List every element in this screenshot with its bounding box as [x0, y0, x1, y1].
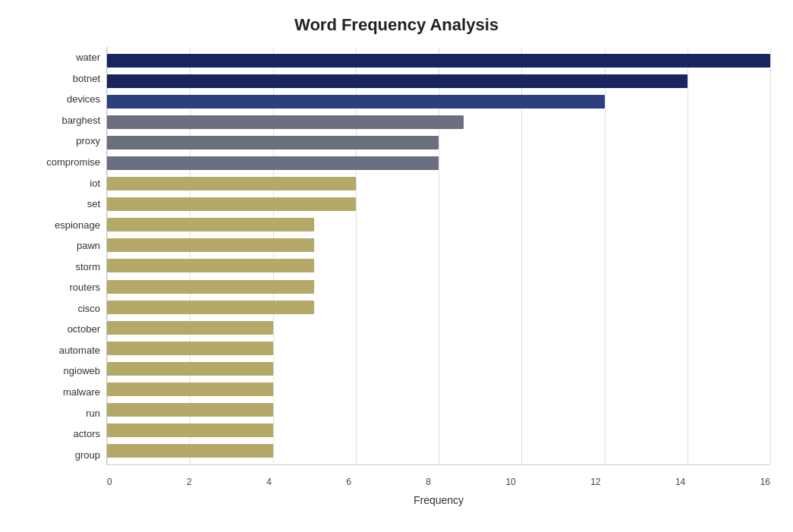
bar: [107, 321, 273, 335]
bar-row: [107, 73, 770, 90]
x-tick: 10: [505, 477, 515, 487]
x-axis-label: Frequency: [107, 494, 770, 506]
bar-row: [107, 196, 770, 212]
y-label: barghest: [61, 112, 100, 128]
bar: [107, 403, 273, 417]
grid-line: [770, 47, 771, 464]
y-label: water: [76, 49, 100, 66]
bar-row: [107, 155, 770, 172]
y-label: malware: [63, 384, 100, 401]
bar: [107, 197, 356, 211]
bar: [107, 95, 605, 109]
bar: [107, 423, 273, 437]
bar: [107, 238, 314, 252]
bar: [107, 115, 464, 129]
y-label: cisco: [77, 300, 100, 316]
y-label: actors: [74, 426, 100, 442]
bar-row: [107, 401, 770, 418]
bars-container: [107, 47, 770, 464]
bar-row: [107, 422, 770, 439]
bar: [107, 74, 688, 88]
bar-row: [107, 279, 770, 295]
bar-row: [107, 175, 770, 192]
bar: [107, 362, 273, 376]
y-label: devices: [67, 91, 100, 108]
y-label: compromise: [46, 154, 100, 171]
bar-row: [107, 216, 770, 233]
bar-row: [107, 93, 770, 110]
x-tick: 12: [590, 477, 600, 487]
y-label: run: [86, 405, 100, 421]
bar: [107, 280, 314, 294]
y-label: pawn: [77, 238, 100, 254]
bar: [107, 136, 439, 150]
y-label: ngioweb: [64, 363, 100, 379]
bar-row: [107, 52, 770, 69]
y-label: storm: [76, 258, 101, 275]
bar-row: [107, 381, 770, 398]
y-label: espionage: [55, 216, 100, 233]
bar: [107, 301, 314, 314]
x-tick: 8: [426, 477, 431, 487]
x-tick: 6: [346, 477, 351, 487]
x-axis: 0246810121416: [107, 477, 770, 487]
bar: [107, 218, 314, 231]
bar-row: [107, 114, 770, 131]
y-label: routers: [70, 279, 100, 296]
bar: [107, 177, 356, 190]
chart-area: waterbotnetdevicesbarghestproxycompromis…: [23, 47, 770, 465]
y-label: group: [75, 446, 100, 463]
chart-title: Word Frequency Analysis: [23, 15, 770, 35]
y-label: set: [87, 196, 100, 212]
bar-row: [107, 299, 770, 316]
bar: [107, 444, 273, 458]
y-label: botnet: [73, 70, 100, 87]
bar-row: [107, 257, 770, 274]
chart-container: Word Frequency Analysis waterbotnetdevic…: [0, 0, 793, 532]
y-axis: waterbotnetdevicesbarghestproxycompromis…: [23, 47, 106, 465]
bar-row: [107, 360, 770, 377]
bar-row: [107, 442, 770, 459]
plot-area: 0246810121416 Frequency: [106, 47, 770, 465]
bar: [107, 54, 770, 68]
y-label: automate: [59, 342, 100, 358]
bar: [107, 156, 439, 170]
bar-row: [107, 320, 770, 336]
bar-row: [107, 340, 770, 357]
x-tick: 14: [675, 477, 685, 487]
y-label: proxy: [76, 133, 100, 150]
x-tick: 4: [266, 477, 272, 487]
x-tick: 0: [107, 477, 112, 487]
x-tick: 2: [187, 477, 192, 487]
bar: [107, 342, 273, 355]
y-label: october: [68, 321, 100, 338]
x-tick: 16: [760, 477, 770, 487]
bar: [107, 259, 314, 272]
y-label: iot: [90, 175, 100, 191]
bar: [107, 382, 273, 396]
bar-row: [107, 237, 770, 253]
bar-row: [107, 134, 770, 151]
